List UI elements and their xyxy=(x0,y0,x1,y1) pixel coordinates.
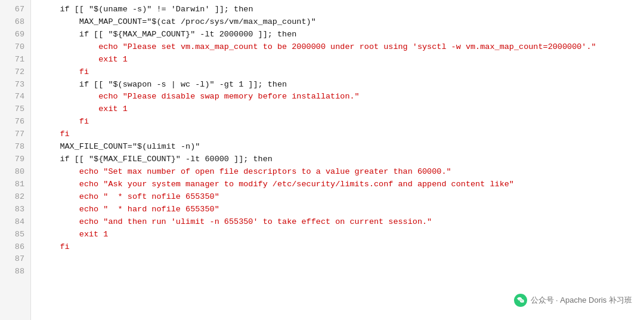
line-number: 79 xyxy=(10,153,24,166)
line-number: 69 xyxy=(10,29,24,41)
line-number: 70 xyxy=(10,41,24,54)
line-number: 68 xyxy=(10,16,24,29)
code-line: fi xyxy=(41,116,644,128)
code-line: exit 1 xyxy=(41,54,644,66)
watermark: 公众号 · Apache Doris 补习班 xyxy=(514,294,633,307)
code-line: echo " * soft nofile 655350" xyxy=(41,191,644,204)
code-line: if [[ "${MAX_MAP_COUNT}" -lt 2000000 ]];… xyxy=(41,29,644,41)
line-number: 82 xyxy=(10,191,24,204)
line-number: 85 xyxy=(10,229,24,241)
code-line: fi xyxy=(41,241,644,254)
line-number: 78 xyxy=(10,141,24,153)
code-line: if [[ "$(uname -s)" != 'Darwin' ]]; then xyxy=(41,4,644,16)
code-line: echo "and then run 'ulimit -n 655350' to… xyxy=(41,216,644,229)
code-line: MAX_MAP_COUNT="$(cat /proc/sys/vm/max_ma… xyxy=(41,16,644,29)
watermark-text: 公众号 · Apache Doris 补习班 xyxy=(531,294,633,306)
line-numbers-gutter: 6768697071727374757677787980818283848586… xyxy=(0,0,31,320)
line-number: 77 xyxy=(10,128,24,141)
line-number: 88 xyxy=(10,266,24,278)
code-line: echo "Please disable swap memory before … xyxy=(41,91,644,103)
code-line: exit 1 xyxy=(41,103,644,116)
line-number: 71 xyxy=(10,54,24,66)
code-line: echo "Please set vm.max_map_count to be … xyxy=(41,41,644,54)
line-number: 83 xyxy=(10,204,24,216)
code-viewer: 6768697071727374757677787980818283848586… xyxy=(0,0,644,320)
line-number: 86 xyxy=(10,241,24,254)
line-number: 76 xyxy=(10,116,24,128)
code-line: echo "Ask your system manager to modify … xyxy=(41,179,644,191)
code-line: if [[ "$(swapon -s | wc -l)" -gt 1 ]]; t… xyxy=(41,79,644,91)
line-number: 73 xyxy=(10,79,24,91)
code-line: echo "Set max number of open file descri… xyxy=(41,166,644,179)
code-line: if [[ "${MAX_FILE_COUNT}" -lt 60000 ]]; … xyxy=(41,153,644,166)
line-number: 75 xyxy=(10,103,24,116)
line-number: 80 xyxy=(10,166,24,179)
code-line: exit 1 xyxy=(41,229,644,241)
line-number: 81 xyxy=(10,179,24,191)
wechat-icon xyxy=(514,294,527,307)
code-line: fi xyxy=(41,66,644,79)
code-content-area: if [[ "$(uname -s)" != 'Darwin' ]]; then… xyxy=(31,0,644,320)
code-line: fi xyxy=(41,128,644,141)
line-number: 72 xyxy=(10,66,24,79)
code-line: MAX_FILE_COUNT="$(ulimit -n)" xyxy=(41,141,644,153)
line-number: 84 xyxy=(10,216,24,229)
code-line: echo " * hard nofile 655350" xyxy=(41,204,644,216)
line-number: 74 xyxy=(10,91,24,103)
line-number: 67 xyxy=(10,4,24,16)
line-number: 87 xyxy=(10,253,24,266)
